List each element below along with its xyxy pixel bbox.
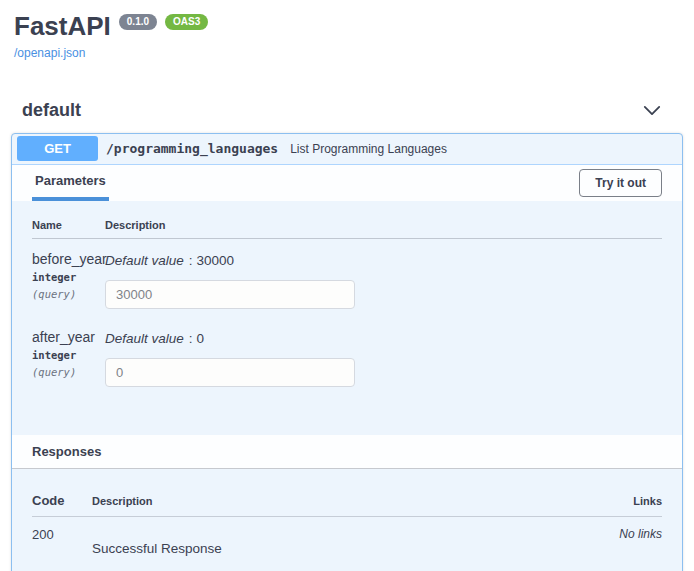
oas3-badge: OAS3 — [165, 14, 208, 30]
parameter-name: after_year — [32, 329, 105, 345]
info-header: FastAPI 0.1.0 OAS3 /openapi.json — [0, 0, 694, 61]
col-header-description: Description — [92, 495, 592, 507]
operation-path: /programming_languages — [106, 141, 278, 156]
opblock-get: GET /programming_languages List Programm… — [11, 133, 683, 571]
parameter-type: integer — [32, 349, 105, 361]
response-code: 200 — [32, 527, 92, 542]
version-badge: 0.1.0 — [119, 14, 157, 30]
opblock-summary[interactable]: GET /programming_languages List Programm… — [12, 134, 682, 165]
parameters-section-header: Parameters Try it out — [12, 165, 682, 201]
col-header-description: Description — [105, 219, 662, 231]
operation-summary-text: List Programming Languages — [290, 142, 447, 156]
col-header-name: Name — [32, 219, 105, 231]
parameter-location: (query) — [32, 288, 105, 300]
openapi-spec-link[interactable]: /openapi.json — [14, 46, 85, 60]
response-description: Successful Response — [92, 527, 592, 556]
page-title: FastAPI — [14, 12, 111, 41]
parameter-default-text: Default value:30000 — [105, 253, 662, 268]
tag-section-header[interactable]: default — [11, 100, 683, 121]
parameter-type: integer — [32, 271, 105, 283]
response-links: No links — [619, 527, 662, 541]
try-it-out-button[interactable]: Try it out — [579, 169, 662, 197]
tag-name: default — [22, 100, 81, 121]
col-header-links: Links — [633, 495, 662, 507]
responses-table: Code Description Links 200 Successful Re… — [12, 469, 682, 571]
parameter-row: before_year integer (query) Default valu… — [32, 239, 662, 317]
response-row: 200 Successful Response No links — [32, 517, 662, 556]
chevron-down-icon[interactable] — [643, 105, 661, 116]
responses-section-header: Responses — [12, 435, 682, 469]
parameters-table: Name Description before_year integer (qu… — [12, 201, 682, 435]
parameter-default-text: Default value:0 — [105, 331, 662, 346]
method-get-badge[interactable]: GET — [17, 136, 98, 161]
parameter-row: after_year integer (query) Default value… — [32, 317, 662, 395]
tab-parameters[interactable]: Parameters — [32, 165, 109, 201]
responses-title: Responses — [32, 444, 101, 459]
parameter-location: (query) — [32, 366, 105, 378]
before-year-input[interactable] — [105, 280, 355, 309]
after-year-input[interactable] — [105, 358, 355, 387]
parameter-name: before_year — [32, 251, 105, 267]
col-header-code: Code — [32, 493, 92, 508]
